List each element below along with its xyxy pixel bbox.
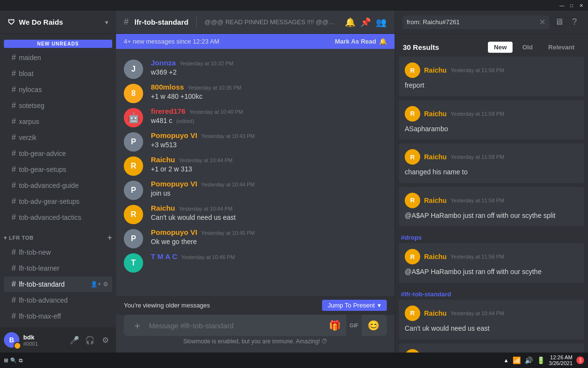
mark-as-read-btn[interactable]: Mark As Read 🔔 <box>335 38 387 45</box>
message-username[interactable]: firered176 <box>151 107 186 115</box>
sidebar-item-tob-adv-gear-setups[interactable]: # tob-adv-gear-setups <box>4 194 112 209</box>
message-username[interactable]: Pomopuyo VI <box>151 228 197 236</box>
result-header: R Raichu Yesterday at 11:58 PM <box>405 106 578 122</box>
taskbar: ⊞ 🔍 ⧉ ▲ 📶 🔊 🔋 12:26 AM 3/26/2021 3 <box>0 353 588 368</box>
table-row: R Raichu Yesterday at 10:44 PM Can't uk … <box>116 202 395 226</box>
list-item[interactable]: R Raichu Yesterday at 11:58 PM @A$AP HaR… <box>399 187 584 227</box>
list-item[interactable]: R Raichu Yesterday at 10:44 PM Can't uk … <box>399 300 584 339</box>
sidebar-item-maiden[interactable]: # maiden <box>4 50 112 65</box>
sidebar-item-sotetseg[interactable]: # sotetseg <box>4 98 112 113</box>
sidebar-item-verzik[interactable]: # verzik <box>4 130 112 145</box>
close-btn[interactable]: ✕ <box>578 2 584 8</box>
jump-to-present-btn[interactable]: Jump To Present ▾ <box>322 300 387 311</box>
table-row: R Raichu Yesterday at 10:44 PM +1 or 2 w… <box>116 153 395 178</box>
result-timestamp: Yesterday at 11:58 PM <box>451 198 504 203</box>
user-avatar-overlay <box>14 342 21 350</box>
sidebar-item-nylocas[interactable]: # nylocas <box>4 82 112 97</box>
help-icon[interactable]: ? <box>569 16 580 28</box>
monitor-icon[interactable]: 🖥 <box>553 16 565 28</box>
result-text: changed his name to <box>405 168 578 177</box>
filter-new-btn[interactable]: New <box>488 42 513 53</box>
sidebar-item-lfr-tob-new[interactable]: # lfr-tob-new <box>4 245 112 260</box>
table-row: T T M A C Yesterday at 10:46 PM <box>116 250 395 275</box>
gift-icon[interactable]: 🎁 <box>327 315 342 336</box>
hash-icon: # <box>12 296 16 305</box>
table-row: 🤖 firered176 Yesterday at 10:40 PM w481 … <box>116 105 395 129</box>
add-file-btn[interactable]: ＋ <box>130 315 145 336</box>
older-messages-bar: You're viewing older messages Jump To Pr… <box>116 296 395 315</box>
hash-icon: # <box>12 197 16 206</box>
gif-btn[interactable]: GIF <box>346 315 362 336</box>
deafen-btn[interactable]: 🎧 <box>83 333 97 347</box>
sidebar-item-tob-gear-setups[interactable]: # tob-gear-setups <box>4 162 112 177</box>
sidebar-item-lfr-tob-standard[interactable]: # lfr-tob-standard 👤+ ⚙ <box>4 276 112 292</box>
sidebar-item-tob-advanced-guide[interactable]: # tob-advanced-guide <box>4 178 112 193</box>
list-item[interactable]: R Raichu Yesterday at 10:44 PM +1 or 2 w… <box>399 343 584 353</box>
add-member-icon[interactable]: 👤+ <box>90 281 101 288</box>
sidebar-item-tob-advanced-tactics[interactable]: # tob-advanced-tactics <box>4 210 112 225</box>
up-arrow-icon[interactable]: ▲ <box>503 357 509 363</box>
message-input[interactable] <box>149 315 323 336</box>
sidebar-item-bloat[interactable]: # bloat <box>4 66 112 81</box>
discord-icon: 🛡 <box>8 18 15 26</box>
hash-icon: # <box>12 117 16 126</box>
list-item[interactable]: R Raichu Yesterday at 11:56 PM @A$AP HaR… <box>399 243 584 283</box>
taskbar-date: 3/26/2021 <box>549 360 573 366</box>
list-item[interactable]: R Raichu Yesterday at 11:58 PM freport <box>399 57 584 96</box>
windows-icon[interactable]: ⊞ <box>4 357 8 364</box>
minimize-btn[interactable]: — <box>559 2 565 8</box>
category-lfr-tob[interactable]: ▾ LFR TOB + <box>0 226 116 244</box>
hash-icon: # <box>12 133 16 142</box>
mute-btn[interactable]: 🎤 <box>68 333 81 347</box>
search-input-wrapper: ✕ <box>403 15 549 29</box>
message-username[interactable]: Raichu <box>151 155 175 164</box>
sidebar-item-lfr-tob-max-eff[interactable]: # lfr-tob-max-eff <box>4 308 112 324</box>
new-messages-banner: 4+ new messages since 12:23 AM Mark As R… <box>116 34 395 49</box>
search-input[interactable] <box>407 18 539 26</box>
messages-container[interactable]: J Jonnza Yesterday at 10:32 PM w369 +2 8… <box>116 49 395 296</box>
message-username[interactable]: 800mloss <box>151 83 184 91</box>
maximize-btn[interactable]: □ <box>569 2 574 8</box>
network-icon: 📶 <box>513 356 521 364</box>
mute-channel-icon[interactable]: 🔔 <box>344 16 356 28</box>
add-channel-btn[interactable]: + <box>107 233 112 242</box>
search-clear-btn[interactable]: ✕ <box>539 17 545 27</box>
result-username: Raichu <box>424 153 447 161</box>
message-username[interactable]: Jonnza <box>151 59 176 67</box>
message-timestamp: Yesterday at 10:44 PM <box>201 182 255 187</box>
settings-btn[interactable]: ⚙ <box>99 333 112 347</box>
message-timestamp: Yesterday at 10:32 PM <box>180 61 234 66</box>
sidebar-item-lfr-tob-advanced[interactable]: # lfr-tob-advanced <box>4 292 112 308</box>
pin-icon[interactable]: 📌 <box>360 16 371 28</box>
result-username: Raichu <box>424 197 447 204</box>
result-username: Raichu <box>424 309 447 317</box>
server-name: 🛡 We Do Raids <box>8 18 63 26</box>
hash-icon: # <box>12 213 16 222</box>
message-username[interactable]: Pomopuyo VI <box>151 180 197 188</box>
message-timestamp: Yesterday at 10:40 PM <box>190 109 243 115</box>
sidebar-item-lfr-tob-learner[interactable]: # lfr-tob-learner <box>4 261 112 276</box>
user-area: B bdk #0001 🎤 🎧 ⚙ <box>0 327 116 353</box>
message-content: Raichu Yesterday at 10:44 PM Can't uk wo… <box>151 204 387 224</box>
list-item[interactable]: R Raichu Yesterday at 11:58 PM changed h… <box>399 143 584 183</box>
new-unreads-badge: NEW UNREADS <box>4 40 112 48</box>
filter-relevant-btn[interactable]: Relevant <box>543 42 580 53</box>
message-username[interactable]: Pomopuyo VI <box>151 131 197 139</box>
list-item[interactable]: R Raichu Yesterday at 11:58 PM ASapharam… <box>399 100 584 140</box>
message-username[interactable]: T M A C <box>151 252 177 261</box>
clock-area: 12:26 AM 3/26/2021 <box>549 354 573 366</box>
task-view-icon[interactable]: ⧉ <box>19 357 23 364</box>
message-text: +1 w 480 +100kc <box>151 92 387 102</box>
message-timestamp: Yesterday at 10:44 PM <box>179 157 233 163</box>
search-icon[interactable]: 🔍 <box>10 357 17 364</box>
server-header[interactable]: 🛡 We Do Raids ▾ <box>0 11 116 34</box>
settings-icon[interactable]: ⚙ <box>103 281 108 288</box>
emoji-btn[interactable]: 😊 <box>366 315 381 336</box>
members-icon[interactable]: 👥 <box>375 16 387 28</box>
sidebar-item-tob-gear-advice[interactable]: # tob-gear-advice <box>4 146 112 161</box>
message-username[interactable]: Raichu <box>151 204 175 212</box>
avatar: P <box>124 229 143 248</box>
result-timestamp: Yesterday at 11:58 PM <box>451 111 504 117</box>
filter-old-btn[interactable]: Old <box>516 42 539 53</box>
sidebar-item-xarpus[interactable]: # xarpus <box>4 114 112 129</box>
